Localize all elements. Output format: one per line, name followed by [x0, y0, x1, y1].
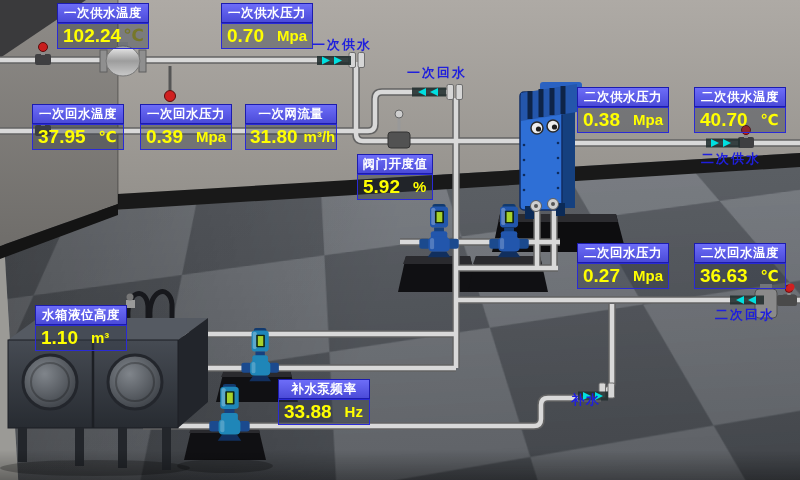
panel-value-box: 31.80 m³/h: [245, 124, 337, 150]
panel-value: 40.70: [700, 108, 748, 132]
pipe-label-primary-return: 一次回水: [407, 64, 467, 82]
panel-title: 一次供水温度: [57, 3, 149, 23]
pipe-label-makeup-water: 补水: [571, 391, 601, 409]
scene-graphic: [0, 0, 800, 480]
panel-title: 二次回水温度: [694, 243, 786, 263]
panel-value: 0.39: [146, 125, 183, 149]
panel-title: 二次供水温度: [694, 87, 786, 107]
pipe-label-secondary-supply: 二次供水: [701, 150, 761, 168]
panel-unit: ℃: [761, 264, 779, 288]
panel-unit: Mpa: [196, 125, 226, 149]
panel-value: 0.38: [583, 108, 620, 132]
panel-primary-network-flow: 一次网流量 31.80 m³/h: [245, 104, 337, 150]
hmi-heat-exchange-station: 一次供水温度 102.24 ℃ 一次供水压力 0.70 Mpa 一次回水温度 3…: [0, 0, 800, 480]
panel-unit: %: [413, 175, 426, 199]
panel-title: 一次网流量: [245, 104, 337, 124]
panel-secondary-supply-pressure: 二次供水压力 0.38 Mpa: [577, 87, 669, 133]
panel-unit: m³/h: [304, 125, 336, 149]
panel-valve-opening: 阀门开度值 5.92 %: [357, 154, 433, 200]
panel-secondary-return-pressure: 二次回水压力 0.27 Mpa: [577, 243, 669, 289]
panel-value-box: 0.38 Mpa: [577, 107, 669, 133]
panel-primary-return-pressure: 一次回水压力 0.39 Mpa: [140, 104, 232, 150]
panel-secondary-supply-temp: 二次供水温度 40.70 ℃: [694, 87, 786, 133]
pipe-label-primary-supply: 一次供水: [312, 36, 372, 54]
panel-unit: ℃: [99, 125, 117, 149]
panel-value-box: 1.10 m³: [35, 325, 127, 351]
panel-value: 0.70: [227, 24, 264, 48]
panel-unit: ℃: [761, 108, 779, 132]
panel-value: 1.10: [41, 326, 78, 350]
panel-value: 37.95: [38, 125, 86, 149]
panel-value-box: 37.95 ℃: [32, 124, 124, 150]
panel-value: 102.24: [63, 24, 121, 48]
panel-unit: m³: [91, 326, 109, 350]
flow-arrow-primary-supply: [317, 56, 351, 65]
panel-title: 水箱液位高度: [35, 305, 127, 325]
panel-value: 0.27: [583, 264, 620, 288]
panel-value-box: 0.70 Mpa: [221, 23, 313, 49]
panel-title: 一次回水温度: [32, 104, 124, 124]
panel-value-box: 36.63 ℃: [694, 263, 786, 289]
panel-title: 补水泵频率: [278, 379, 370, 399]
panel-title: 二次回水压力: [577, 243, 669, 263]
panel-value-box: 40.70 ℃: [694, 107, 786, 133]
panel-value-box: 5.92 %: [357, 174, 433, 200]
panel-value-box: 102.24 ℃: [57, 23, 149, 49]
panel-title: 二次供水压力: [577, 87, 669, 107]
panel-makeup-pump-frequency: 补水泵频率 33.88 Hz: [278, 379, 370, 425]
panel-value: 31.80: [250, 125, 298, 149]
panel-title: 一次供水压力: [221, 3, 313, 23]
panel-primary-return-temp: 一次回水温度 37.95 ℃: [32, 104, 124, 150]
flow-arrow-primary-return: [412, 88, 446, 97]
panel-title: 一次回水压力: [140, 104, 232, 124]
panel-value: 36.63: [700, 264, 748, 288]
panel-value: 33.88: [284, 400, 332, 424]
panel-primary-supply-pressure: 一次供水压力 0.70 Mpa: [221, 3, 313, 49]
panel-primary-supply-temp: 一次供水温度 102.24 ℃: [57, 3, 149, 49]
panel-value-box: 33.88 Hz: [278, 399, 370, 425]
panel-unit: Mpa: [633, 264, 663, 288]
panel-value-box: 0.39 Mpa: [140, 124, 232, 150]
panel-unit: ℃: [123, 24, 144, 48]
heat-exchanger-icon[interactable]: [520, 82, 582, 219]
panel-value: 5.92: [363, 175, 400, 199]
panel-title: 阀门开度值: [357, 154, 433, 174]
flow-arrow-secondary-supply: [706, 139, 740, 148]
pipe-label-secondary-return: 二次回水: [715, 306, 775, 324]
panel-unit: Hz: [345, 400, 363, 424]
panel-unit: Mpa: [633, 108, 663, 132]
panel-value-box: 0.27 Mpa: [577, 263, 669, 289]
panel-unit: Mpa: [277, 24, 307, 48]
flow-arrow-secondary-return: [730, 296, 764, 305]
panel-secondary-return-temp: 二次回水温度 36.63 ℃: [694, 243, 786, 289]
panel-tank-level: 水箱液位高度 1.10 m³: [35, 305, 127, 351]
